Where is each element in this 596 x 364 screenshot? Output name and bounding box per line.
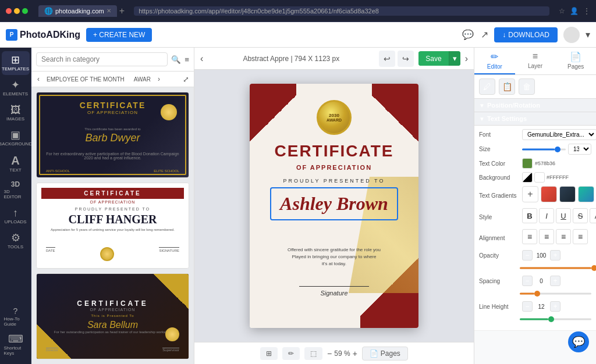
size-slider[interactable] <box>522 145 566 154</box>
align-justify-button[interactable]: ≡ <box>573 229 588 244</box>
sidebar-item-how-to[interactable]: ? How-To Guide <box>2 304 30 330</box>
category-tab-award[interactable]: AWAR <box>130 74 154 84</box>
line-height-slider[interactable] <box>520 315 591 323</box>
person-icon[interactable]: 👤 <box>570 7 579 15</box>
align-left-button[interactable]: ≡ <box>522 229 537 244</box>
search-button[interactable]: 🔍 <box>171 55 181 64</box>
font-select[interactable]: GemunuLibre_Extra... <box>522 129 596 140</box>
templates-icon: ⊞ <box>11 55 20 65</box>
category-tab-employee[interactable]: EMPLOYEE OF THE MONTH <box>43 74 128 84</box>
add-gradient-button[interactable]: + <box>522 186 538 202</box>
new-tab-icon[interactable]: + <box>119 6 125 16</box>
cert3-director: Director <box>46 348 58 352</box>
align-center-button[interactable]: ≡ <box>539 229 554 244</box>
template-card-3[interactable]: CERTIFICATE OF APPRECIATION This is Pres… <box>36 273 189 359</box>
images-icon: 🖼 <box>10 105 21 115</box>
undo-button[interactable]: ↩ <box>379 51 395 67</box>
opacity-minus-button[interactable]: − <box>522 250 533 260</box>
pen-tool-button[interactable]: ✏ <box>282 347 300 360</box>
category-next-button[interactable]: › <box>157 74 161 84</box>
canvas-bottom-toolbar: ⊞ ✏ ⬚ − 59 % + 📄 Pages <box>194 342 474 364</box>
align-right-button[interactable]: ≡ <box>556 229 571 244</box>
spacing-slider[interactable] <box>520 290 591 298</box>
zoom-controls: − 59 % + <box>327 349 357 358</box>
create-new-button[interactable]: + CREATE NEW <box>86 28 152 42</box>
search-input[interactable] <box>36 52 168 66</box>
chat-icon[interactable]: 💬 <box>462 29 474 40</box>
expand-button[interactable]: ⤢ <box>183 75 189 84</box>
spacing-minus-button[interactable]: − <box>522 276 533 286</box>
redo-button[interactable]: ↪ <box>398 51 414 67</box>
address-bar[interactable]: https://photoadking.com/app/#editor/j48c… <box>134 6 549 16</box>
line-height-minus-button[interactable]: − <box>522 301 533 312</box>
tab-close-icon[interactable]: ✕ <box>107 8 111 14</box>
style-label: Style <box>479 214 520 220</box>
certificate-preview[interactable]: 2030 AWARD CERTIFICATE OF APPRECIATION P… <box>250 84 418 328</box>
bg-swatch-half[interactable] <box>522 172 533 183</box>
sidebar-item-text[interactable]: A TEXT <box>2 151 30 176</box>
tab-layer[interactable]: ≡ Layer <box>515 48 556 74</box>
tab-pages[interactable]: 📄 Pages <box>555 48 596 74</box>
sidebar-item-tools[interactable]: ⚙ TOOLS <box>2 229 30 253</box>
browser-tab-active[interactable]: 🌐 photoadking.com ✕ <box>38 5 117 17</box>
avatar[interactable] <box>563 27 580 43</box>
opacity-plus-button[interactable]: + <box>550 250 560 260</box>
text-color-swatch[interactable] <box>522 158 533 169</box>
logo: P PhotoADKing <box>6 29 80 41</box>
zoom-in-button[interactable]: + <box>353 349 357 358</box>
canvas-next-button[interactable]: › <box>465 53 468 64</box>
text-settings-section-header[interactable]: ▼ Text Settings <box>474 112 596 126</box>
cert3-medal <box>165 327 179 341</box>
bg-swatch-white[interactable] <box>534 172 545 183</box>
minimize-window[interactable] <box>14 8 20 14</box>
gradient-blue[interactable] <box>578 186 594 202</box>
maximize-window[interactable] <box>22 8 28 14</box>
opacity-slider[interactable] <box>520 264 591 272</box>
menu-icon[interactable]: ⋮ <box>583 7 590 15</box>
grid-view-button[interactable]: ≡ <box>185 55 189 64</box>
uploads-icon: ↑ <box>13 208 18 218</box>
sidebar-item-templates[interactable]: ⊞ TEMPLATES <box>2 51 30 75</box>
bold-button[interactable]: B <box>522 208 537 223</box>
spacing-label: Spacing <box>479 278 520 284</box>
position-section-header[interactable]: ▼ Position/Rotation <box>474 99 596 112</box>
strikethrough-button[interactable]: S <box>573 208 588 223</box>
gradient-dark[interactable] <box>559 186 576 202</box>
share-icon[interactable]: ↗ <box>481 29 488 40</box>
save-dropdown-button[interactable]: ▾ <box>449 51 460 66</box>
sidebar-item-elements[interactable]: ✦ ELEMENTS <box>2 76 30 100</box>
template-card-1[interactable]: CERTIFICATE OF APPRECIATION This certifi… <box>36 92 189 178</box>
pages-button[interactable]: 📄 Pages <box>362 347 408 361</box>
spacing-value: 0 <box>534 278 548 284</box>
screen-button[interactable]: ⬚ <box>304 347 322 360</box>
line-height-plus-button[interactable]: + <box>550 301 560 312</box>
canvas-prev-button[interactable]: ‹ <box>200 53 203 64</box>
underline-button[interactable]: U <box>556 208 571 223</box>
chat-fab-button[interactable]: 💬 <box>568 331 589 352</box>
pen-tool-icon[interactable]: 🖊 <box>479 78 495 95</box>
size-select[interactable]: 130 <box>568 144 591 155</box>
template-card-2[interactable]: CERTIFICATE OF APPRECIATION PROUDLY PRES… <box>36 183 189 269</box>
download-button[interactable]: ↓ DOWNLOAD <box>494 27 558 42</box>
save-button[interactable]: Save <box>418 52 448 66</box>
chevron-down-icon[interactable]: ▾ <box>586 29 590 40</box>
close-window[interactable] <box>6 8 12 14</box>
gradient-red[interactable] <box>541 186 557 202</box>
spacing-plus-button[interactable]: + <box>550 276 560 286</box>
delete-tool-icon[interactable]: 🗑 <box>519 78 535 95</box>
template-grid: CERTIFICATE OF APPRECIATION This certifi… <box>31 87 194 364</box>
italic-button[interactable]: I <box>539 208 554 223</box>
sidebar-item-background[interactable]: ▣ BACKGROUND <box>2 126 30 150</box>
zoom-out-button[interactable]: − <box>327 349 332 358</box>
sidebar-item-uploads[interactable]: ↑ UPLOADS <box>2 204 30 228</box>
category-prev-button[interactable]: ‹ <box>36 74 41 84</box>
view-toggle-button[interactable]: ⊞ <box>260 347 278 360</box>
sidebar-item-3d-editor[interactable]: 3D 3D EDITOR <box>2 177 30 203</box>
transform-button[interactable]: A <box>590 208 596 223</box>
cert-name-box[interactable]: Ashley Brown <box>270 187 398 220</box>
sidebar-item-images[interactable]: 🖼 IMAGES <box>2 101 30 125</box>
copy-tool-icon[interactable]: 📋 <box>499 78 515 95</box>
star-icon[interactable]: ☆ <box>559 7 565 15</box>
sidebar-item-shortcuts[interactable]: ⌨ Shortcut Keys <box>2 330 30 359</box>
tab-editor[interactable]: ✏ Editor <box>474 48 515 74</box>
